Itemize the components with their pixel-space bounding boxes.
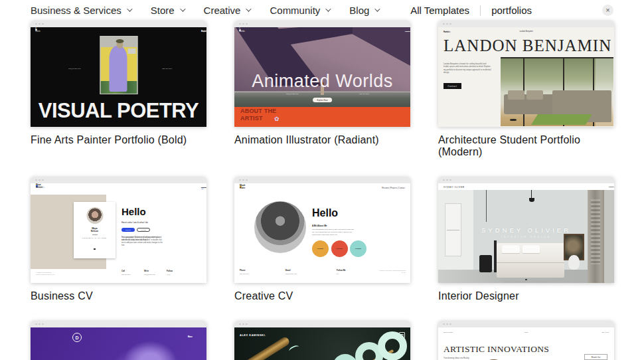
mini-site-brand: ALEX KAMINSKI. — [240, 333, 266, 337]
filter-tag-portfolios: portfolios — [491, 5, 532, 16]
filter-topbar: Business & Services Store Creative Commu… — [0, 0, 644, 21]
thumbnail-animation: C. Worlds AboutPortfolio Contact Animate… — [234, 27, 410, 127]
mini-site-nav: Say Hello — [602, 331, 609, 333]
category-label: Blog — [349, 5, 369, 16]
mint-torus — [378, 331, 407, 360]
mini-site-footer: Call123-456-7890 Writeinfo@mysite.com Fo… — [121, 270, 181, 275]
profile-card: Maya Nelson PROJECT MANAGER — [74, 202, 116, 258]
painting-artwork — [100, 36, 137, 94]
mini-site-brand: Landon Benjamin — [438, 31, 614, 33]
illustration-sky — [234, 27, 410, 107]
template-preview-interior-designer[interactable]: SYDNEY OLIVIER HOMEABOUT PORTFOLIOCLIENT… — [438, 177, 614, 283]
template-preview-fine-arts[interactable]: A. Smith HomeAbout ProjectsPortfolio inf… — [31, 21, 206, 127]
template-preview-alex-kaminski[interactable]: ALEX KAMINSKI. — [234, 321, 410, 360]
mint-torus — [333, 354, 358, 360]
template-title[interactable]: Fine Arts Painter Portfolio (Bold) — [31, 134, 206, 146]
mini-site-subtitle: INTERIOR DESIGN — [438, 236, 614, 238]
category-menu: Business & Services Store Creative Commu… — [31, 5, 378, 16]
bedroom-photo: SYDNEY OLIVIER INTERIOR DESIGN MINIMAL I… — [438, 190, 614, 283]
template-card-interior-designer: SYDNEY OLIVIER HOMEABOUT PORTFOLIOCLIENT… — [438, 177, 614, 302]
template-preview-purple-artist[interactable]: D HomeMusic Bio — [31, 321, 206, 360]
template-preview-business-cv[interactable]: Maya Nelson / PROJECT MANAGER ABOUT MERE… — [31, 177, 206, 283]
mini-site-headline: Hello — [121, 206, 146, 217]
about-heading: ABOUT THE ARTIST — [240, 108, 276, 122]
divider — [480, 5, 481, 16]
template-preview-artistic-innovations[interactable]: Sonya Griffin Work Say Hello ARTISTIC IN… — [438, 321, 614, 360]
mini-site-copyright: © 2035 by Maya Nelson. Powered and secur… — [36, 272, 54, 276]
thumbnail-business-cv: Maya Nelson / PROJECT MANAGER ABOUT MERE… — [31, 183, 206, 283]
template-card-business-cv: Maya Nelson / PROJECT MANAGER ABOUT MERE… — [31, 177, 206, 302]
about-title: A Bit About Me — [312, 225, 327, 227]
thumbnail-fine-arts: A. Smith HomeAbout ProjectsPortfolio inf… — [31, 27, 206, 127]
category-label: Store — [151, 5, 175, 16]
chevron-down-icon — [127, 6, 132, 11]
browser-chrome-bar — [438, 177, 614, 183]
template-card-creative-cv: Mook Rider Resume | Projects | Contact H… — [234, 177, 410, 302]
template-preview-animation[interactable]: C. Worlds AboutPortfolio Contact Animate… — [234, 21, 410, 127]
template-preview-architecture[interactable]: HomePortfolio Landon Benjamin LANDON BEN… — [438, 21, 614, 127]
category-label: Community — [270, 5, 320, 16]
category-community[interactable]: Community — [270, 5, 329, 16]
template-card-architecture: HomePortfolio Landon Benjamin LANDON BEN… — [438, 21, 614, 158]
thumbnail-interior-designer: SYDNEY OLIVIER HOMEABOUT PORTFOLIOCLIENT… — [438, 183, 614, 283]
browser-chrome-bar — [438, 321, 614, 327]
mini-site-email: info@mysite.com — [286, 93, 298, 95]
circle-buttons: Resume Projects Contact — [312, 240, 366, 257]
mini-site-brand: SYDNEY OLIVIER — [443, 186, 465, 189]
category-creative[interactable]: Creative — [204, 5, 250, 16]
template-grid: A. Smith HomeAbout ProjectsPortfolio inf… — [0, 21, 644, 360]
mini-site-paragraph: Landon Benjamin is known for crafting be… — [443, 62, 491, 74]
category-blog[interactable]: Blog — [349, 5, 378, 16]
mini-site-nav: Work — [438, 331, 614, 333]
category-label: Creative — [204, 5, 241, 16]
mini-site-buttons: Resume Projects — [121, 228, 150, 232]
thumbnail-architecture: HomePortfolio Landon Benjamin LANDON BEN… — [438, 27, 614, 127]
browser-chrome-bar — [31, 21, 206, 27]
category-label: Business & Services — [31, 5, 121, 16]
thumbnail-creative-cv: Mook Rider Resume | Projects | Contact H… — [234, 183, 410, 283]
mini-site-phone: 123-456-7890 — [359, 93, 369, 95]
clear-filter-close-icon[interactable]: × — [602, 5, 613, 16]
mini-site-email: info@mysite.com — [68, 68, 80, 70]
browser-chrome-bar — [234, 21, 410, 27]
category-store[interactable]: Store — [151, 5, 184, 16]
thumbnail-purple-artist: D HomeMusic Bio — [31, 327, 206, 360]
avatar — [86, 207, 103, 224]
category-business-services[interactable]: Business & Services — [31, 5, 131, 16]
template-title[interactable]: Business CV — [31, 290, 206, 302]
browser-chrome-bar — [438, 21, 614, 27]
all-templates-link[interactable]: All Templates — [410, 5, 469, 16]
mini-site-nav: Resume | Projects | Contact — [382, 187, 405, 189]
mini-site-tagline: Here's who I am & what I do — [121, 221, 148, 224]
mini-site-paragraph: I'm a paragraph. Click here to add your … — [312, 228, 355, 236]
mini-site-cta-button: Explore Now — [313, 98, 333, 102]
mini-site-subtitle: Transforming Ideas into Reality — [443, 357, 469, 359]
flower-icon: ✿ — [274, 116, 280, 122]
mini-site-copyright: © 2035 by Mook Rider. Powered and secure… — [378, 270, 406, 274]
mini-site-headline: VISUAL POETRY — [33, 99, 204, 123]
template-card-purple-artist: D HomeMusic Bio — [31, 321, 206, 360]
template-preview-creative-cv[interactable]: Mook Rider Resume | Projects | Contact H… — [234, 177, 410, 283]
chevron-down-icon — [375, 6, 380, 11]
mini-site-caption: MINIMAL INTERIORS WITH CHARACTER — [438, 281, 614, 282]
template-card-artistic-innovations: Sonya Griffin Work Say Hello ARTISTIC IN… — [438, 321, 614, 360]
mini-site-contact-button: Contact — [443, 83, 461, 89]
template-title[interactable]: Architecture Student Portfolio (Modern) — [438, 134, 614, 158]
mini-site-headline: Animated Worlds — [234, 71, 410, 92]
template-card-alex-kaminski: ALEX KAMINSKI. — [234, 321, 410, 360]
gold-cylinder — [234, 336, 291, 360]
chevron-down-icon — [246, 6, 252, 11]
mini-site-headline: ARTISTIC INNOVATIONS — [443, 344, 549, 355]
thumbnail-artistic-innovations: Sonya Griffin Work Say Hello ARTISTIC IN… — [438, 327, 614, 360]
living-room-photo — [501, 57, 613, 126]
browser-chrome-bar — [234, 321, 410, 327]
avatar-photo — [254, 201, 306, 253]
template-title[interactable]: Animation Illustrator (Radiant) — [234, 134, 410, 146]
d-logo: D — [72, 333, 82, 342]
mini-site-headline: LANDON BENJAMIN — [443, 37, 609, 55]
mini-site-footer: Phone123-456-7890 Emailinfo@mysite.com F… — [240, 269, 351, 274]
browser-chrome-bar — [234, 177, 410, 183]
template-title[interactable]: Interior Designer — [438, 290, 614, 302]
chevron-down-icon — [325, 6, 331, 11]
template-title[interactable]: Creative CV — [234, 290, 410, 302]
